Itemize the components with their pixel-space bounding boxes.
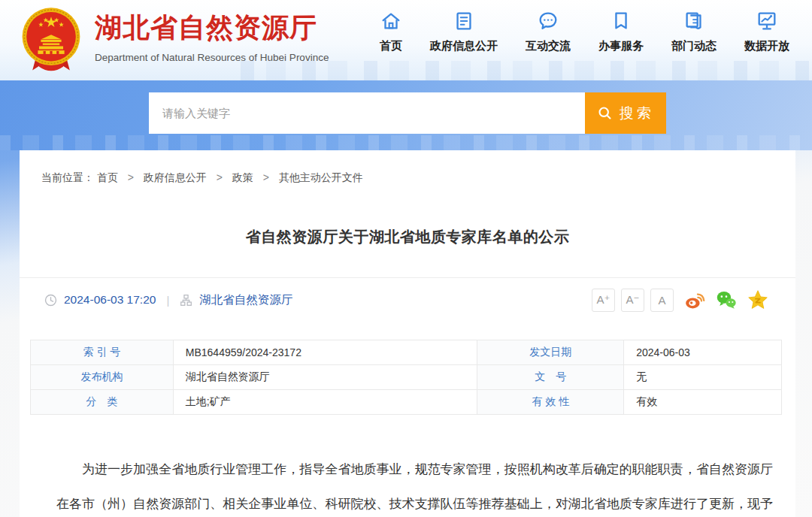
nav-item-open-data[interactable]: 数据开放 — [744, 10, 789, 53]
font-reset-button[interactable]: A — [650, 289, 674, 312]
wechat-icon[interactable] — [716, 289, 737, 310]
nav-label: 政府信息公开 — [430, 39, 498, 53]
main-nav: 首页 政府信息公开 互动交流 办事服务 — [380, 10, 789, 53]
publish-time: 2024-06-03 17:20 — [64, 293, 156, 307]
weibo-icon[interactable] — [684, 289, 705, 310]
nav-label: 首页 — [380, 39, 402, 53]
document-icon — [453, 10, 475, 32]
table-row: 分 类 土地;矿产 有 效 性 有效 — [31, 390, 782, 415]
home-icon — [380, 10, 402, 32]
breadcrumb-item-policy[interactable]: 政策 — [232, 171, 253, 183]
search-button-label: 搜索 — [620, 104, 654, 123]
document-number-label: 文 号 — [477, 365, 624, 390]
nav-label: 互动交流 — [526, 39, 571, 53]
content-card: 当前位置： 首页 > 政府信息公开 > 政策 > 其他主动公开文件 省自然资源厅… — [20, 150, 795, 517]
nav-item-interaction[interactable]: 互动交流 — [526, 10, 571, 53]
search-box: 搜索 — [149, 92, 666, 134]
breadcrumb-separator: > — [263, 171, 269, 183]
issuing-agency-value: 湖北省自然资源厅 — [173, 365, 477, 390]
pages-icon — [683, 10, 705, 32]
national-emblem-logo[interactable] — [21, 4, 81, 77]
search-input[interactable] — [149, 92, 585, 134]
font-decrease-button[interactable]: A⁻ — [621, 289, 644, 312]
nav-label: 办事服务 — [598, 39, 644, 53]
index-number-value: MB1644959/2024-23172 — [173, 340, 477, 365]
nav-label: 部门动态 — [671, 39, 717, 53]
clock-icon — [44, 294, 57, 307]
nav-item-gov-info[interactable]: 政府信息公开 — [430, 10, 498, 53]
validity-label: 有 效 性 — [477, 390, 624, 415]
organization-icon — [180, 294, 192, 307]
breadcrumb-item-home[interactable]: 首页 — [97, 171, 118, 183]
validity-value: 有效 — [624, 390, 782, 415]
article-meta-row: 2024-06-03 17:20 | 湖北省自然资源厅 A⁺ A⁻ A — [20, 278, 795, 322]
table-row: 发布机构 湖北省自然资源厅 文 号 无 — [31, 365, 782, 390]
nav-item-services[interactable]: 办事服务 — [598, 10, 644, 53]
font-increase-button[interactable]: A⁺ — [592, 289, 615, 312]
article-paragraph: 为进一步加强全省地质行业管理工作，指导全省地质事业，规范专家管理，按照机构改革后… — [56, 452, 773, 517]
breadcrumb-item-other-docs[interactable]: 其他主动公开文件 — [279, 171, 363, 183]
nav-item-department-news[interactable]: 部门动态 — [671, 10, 717, 53]
index-number-label: 索 引 号 — [31, 340, 174, 365]
article-source: 湖北省自然资源厅 — [199, 292, 292, 308]
document-info-table: 索 引 号 MB1644959/2024-23172 发文日期 2024-06-… — [30, 340, 782, 415]
article-meta-right: A⁺ A⁻ A — [586, 289, 768, 312]
issue-date-value: 2024-06-03 — [624, 340, 782, 365]
nav-item-home[interactable]: 首页 — [380, 10, 402, 53]
breadcrumb-prefix: 当前位置： — [41, 171, 94, 183]
qzone-star-icon[interactable] — [747, 289, 768, 310]
article-body: 为进一步加强全省地质行业管理工作，指导全省地质事业，规范专家管理，按照机构改革后… — [56, 452, 773, 517]
article-title: 省自然资源厅关于湖北省地质专家库名单的公示 — [20, 227, 795, 247]
table-row: 索 引 号 MB1644959/2024-23172 发文日期 2024-06-… — [31, 340, 782, 365]
search-icon — [597, 105, 613, 121]
article-meta-left: 2024-06-03 17:20 | 湖北省自然资源厅 — [44, 292, 292, 308]
breadcrumb-separator: > — [128, 171, 134, 183]
bookmark-icon — [610, 10, 632, 32]
nav-label: 数据开放 — [744, 39, 789, 53]
chat-icon — [537, 10, 559, 32]
site-header: 湖北省自然资源厅 Department of Natural Resources… — [0, 0, 812, 80]
breadcrumb-separator: > — [217, 171, 223, 183]
site-brand[interactable]: 湖北省自然资源厅 Department of Natural Resources… — [95, 10, 329, 63]
category-value: 土地;矿产 — [173, 390, 477, 415]
search-button[interactable]: 搜索 — [585, 92, 666, 134]
site-subtitle: Department of Natural Resources of Hubei… — [95, 52, 329, 63]
category-label: 分 类 — [31, 390, 174, 415]
monitor-chart-icon — [756, 10, 778, 32]
meta-divider: | — [166, 294, 169, 307]
search-band: 搜索 — [0, 80, 812, 150]
breadcrumb: 当前位置： 首页 > 政府信息公开 > 政策 > 其他主动公开文件 — [41, 171, 795, 185]
issue-date-label: 发文日期 — [477, 340, 624, 365]
document-number-value: 无 — [624, 365, 782, 390]
issuing-agency-label: 发布机构 — [31, 365, 174, 390]
breadcrumb-item-gov-info[interactable]: 政府信息公开 — [144, 171, 207, 183]
site-title: 湖北省自然资源厅 — [95, 10, 329, 47]
